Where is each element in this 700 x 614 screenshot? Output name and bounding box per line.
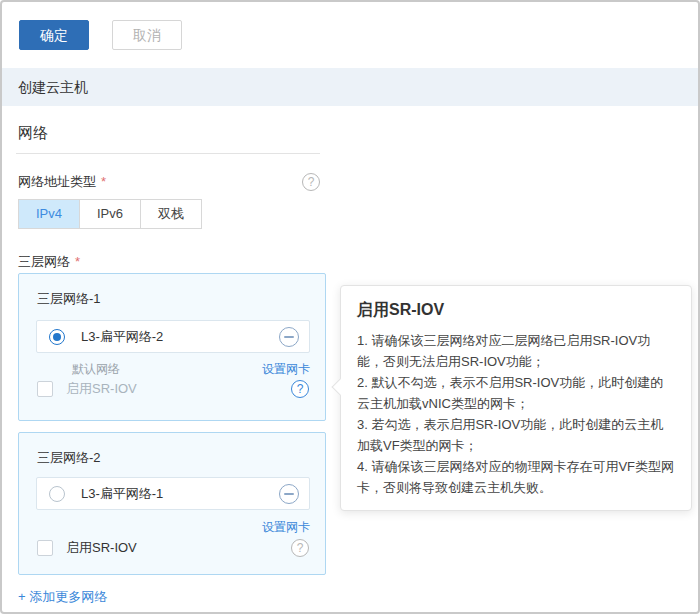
sriov-row: 启用SR-IOV ?	[37, 539, 309, 557]
sriov-label: 启用SR-IOV	[66, 539, 137, 557]
create-vm-dialog: 确定 取消 创建云主机 网络 网络地址类型* ? IPv4 IPv6 双栈 三层…	[0, 0, 700, 614]
network-name: L3-扁平网络-1	[81, 485, 163, 503]
network-meta-row: 设置网卡	[36, 519, 310, 536]
sriov-checkbox[interactable]	[37, 540, 53, 556]
address-type-field: 网络地址类型* ?	[18, 172, 320, 191]
sriov-help-icon[interactable]: ?	[291, 539, 309, 557]
radio-selected-icon[interactable]	[49, 329, 65, 345]
network-select-row[interactable]: L3-扁平网络-2	[36, 320, 310, 353]
network-card-title: 三层网络-2	[37, 449, 101, 467]
sriov-help-icon-active[interactable]: ?	[291, 380, 309, 398]
l3-network-card-2: 三层网络-2 L3-扁平网络-1 设置网卡 启用SR-IOV ?	[18, 432, 326, 575]
address-type-help-icon[interactable]: ?	[302, 173, 320, 191]
sriov-checkbox[interactable]	[37, 381, 53, 397]
default-network-tag: 默认网络	[72, 361, 120, 378]
confirm-button[interactable]: 确定	[19, 20, 89, 50]
tooltip-line: 2. 默认不勾选，表示不启用SR-IOV功能，此时创建的云主机加载vNIC类型的…	[357, 372, 675, 414]
section-divider	[16, 153, 320, 154]
remove-network-icon[interactable]	[279, 484, 299, 504]
tab-ipv6[interactable]: IPv6	[79, 199, 141, 229]
sriov-label: 启用SR-IOV	[66, 380, 137, 398]
l3-network-label: 三层网络	[18, 254, 70, 269]
network-select-row[interactable]: L3-扁平网络-1	[36, 477, 310, 510]
sriov-tooltip: 启用SR-IOV 1. 请确保该三层网络对应二层网络已启用SR-IOV功能，否则…	[340, 285, 692, 511]
tooltip-line: 3. 若勾选，表示启用SR-IOV功能，此时创建的云主机加载VF类型的网卡；	[357, 414, 675, 456]
required-mark: *	[101, 174, 106, 189]
address-type-label: 网络地址类型	[18, 174, 96, 189]
radio-unselected-icon[interactable]	[49, 486, 65, 502]
required-mark: *	[75, 254, 80, 269]
tab-ipv4[interactable]: IPv4	[18, 199, 80, 229]
tab-dual-stack[interactable]: 双栈	[140, 199, 202, 229]
tooltip-arrow	[332, 379, 349, 396]
tooltip-line: 4. 请确保该三层网络对应的物理网卡存在可用VF类型网卡，否则将导致创建云主机失…	[357, 456, 675, 498]
network-meta-row: 默认网络 设置网卡	[36, 361, 310, 378]
address-type-tabs: IPv4 IPv6 双栈	[18, 199, 202, 229]
set-nic-link[interactable]: 设置网卡	[262, 361, 310, 378]
cancel-button[interactable]: 取消	[112, 20, 182, 50]
set-nic-link[interactable]: 设置网卡	[262, 519, 310, 536]
add-more-networks-link[interactable]: + 添加更多网络	[18, 588, 107, 606]
network-name: L3-扁平网络-2	[81, 328, 163, 346]
remove-network-icon[interactable]	[279, 327, 299, 347]
tooltip-title: 启用SR-IOV	[357, 300, 675, 321]
page-title: 创建云主机	[2, 68, 698, 106]
network-card-title: 三层网络-1	[37, 290, 101, 308]
tooltip-line: 1. 请确保该三层网络对应二层网络已启用SR-IOV功能，否则无法启用SR-IO…	[357, 330, 675, 372]
network-section-title: 网络	[18, 124, 48, 143]
l3-network-field-label: 三层网络*	[18, 252, 320, 271]
sriov-row: 启用SR-IOV ?	[37, 380, 309, 398]
l3-network-card-1: 三层网络-1 L3-扁平网络-2 默认网络 设置网卡 启用SR-IOV ?	[18, 273, 326, 421]
